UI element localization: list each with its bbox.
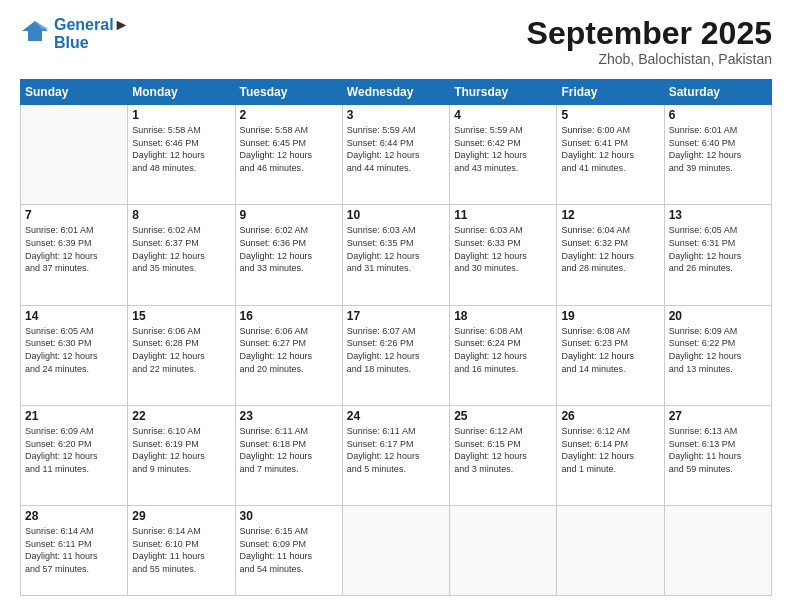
day-info: Sunrise: 6:03 AM Sunset: 6:35 PM Dayligh…	[347, 224, 445, 274]
day-info: Sunrise: 6:01 AM Sunset: 6:39 PM Dayligh…	[25, 224, 123, 274]
table-row: 8Sunrise: 6:02 AM Sunset: 6:37 PM Daylig…	[128, 205, 235, 305]
day-number: 7	[25, 208, 123, 222]
table-row	[557, 506, 664, 596]
table-row: 14Sunrise: 6:05 AM Sunset: 6:30 PM Dayli…	[21, 305, 128, 405]
calendar-week-row: 14Sunrise: 6:05 AM Sunset: 6:30 PM Dayli…	[21, 305, 772, 405]
table-row: 29Sunrise: 6:14 AM Sunset: 6:10 PM Dayli…	[128, 506, 235, 596]
day-number: 6	[669, 108, 767, 122]
day-number: 23	[240, 409, 338, 423]
col-friday: Friday	[557, 80, 664, 105]
day-number: 27	[669, 409, 767, 423]
table-row: 21Sunrise: 6:09 AM Sunset: 6:20 PM Dayli…	[21, 405, 128, 505]
day-number: 17	[347, 309, 445, 323]
table-row: 20Sunrise: 6:09 AM Sunset: 6:22 PM Dayli…	[664, 305, 771, 405]
day-number: 5	[561, 108, 659, 122]
table-row: 11Sunrise: 6:03 AM Sunset: 6:33 PM Dayli…	[450, 205, 557, 305]
day-info: Sunrise: 6:05 AM Sunset: 6:30 PM Dayligh…	[25, 325, 123, 375]
day-info: Sunrise: 6:06 AM Sunset: 6:27 PM Dayligh…	[240, 325, 338, 375]
table-row: 17Sunrise: 6:07 AM Sunset: 6:26 PM Dayli…	[342, 305, 449, 405]
table-row: 16Sunrise: 6:06 AM Sunset: 6:27 PM Dayli…	[235, 305, 342, 405]
day-info: Sunrise: 6:12 AM Sunset: 6:14 PM Dayligh…	[561, 425, 659, 475]
calendar-table: Sunday Monday Tuesday Wednesday Thursday…	[20, 79, 772, 596]
day-number: 4	[454, 108, 552, 122]
day-number: 2	[240, 108, 338, 122]
location-subtitle: Zhob, Balochistan, Pakistan	[527, 51, 772, 67]
day-number: 16	[240, 309, 338, 323]
day-number: 12	[561, 208, 659, 222]
day-number: 15	[132, 309, 230, 323]
table-row: 6Sunrise: 6:01 AM Sunset: 6:40 PM Daylig…	[664, 105, 771, 205]
col-sunday: Sunday	[21, 80, 128, 105]
table-row: 24Sunrise: 6:11 AM Sunset: 6:17 PM Dayli…	[342, 405, 449, 505]
day-info: Sunrise: 6:11 AM Sunset: 6:17 PM Dayligh…	[347, 425, 445, 475]
calendar-week-row: 7Sunrise: 6:01 AM Sunset: 6:39 PM Daylig…	[21, 205, 772, 305]
col-wednesday: Wednesday	[342, 80, 449, 105]
calendar-week-row: 21Sunrise: 6:09 AM Sunset: 6:20 PM Dayli…	[21, 405, 772, 505]
day-number: 9	[240, 208, 338, 222]
day-info: Sunrise: 6:02 AM Sunset: 6:36 PM Dayligh…	[240, 224, 338, 274]
table-row	[342, 506, 449, 596]
logo-blue: Blue	[54, 34, 129, 52]
table-row: 30Sunrise: 6:15 AM Sunset: 6:09 PM Dayli…	[235, 506, 342, 596]
day-info: Sunrise: 6:09 AM Sunset: 6:20 PM Dayligh…	[25, 425, 123, 475]
table-row: 18Sunrise: 6:08 AM Sunset: 6:24 PM Dayli…	[450, 305, 557, 405]
title-block: September 2025 Zhob, Balochistan, Pakist…	[527, 16, 772, 67]
calendar-week-row: 28Sunrise: 6:14 AM Sunset: 6:11 PM Dayli…	[21, 506, 772, 596]
day-info: Sunrise: 6:04 AM Sunset: 6:32 PM Dayligh…	[561, 224, 659, 274]
svg-marker-0	[22, 21, 48, 41]
page: General► Blue September 2025 Zhob, Baloc…	[0, 0, 792, 612]
calendar-week-row: 1Sunrise: 5:58 AM Sunset: 6:46 PM Daylig…	[21, 105, 772, 205]
day-info: Sunrise: 6:03 AM Sunset: 6:33 PM Dayligh…	[454, 224, 552, 274]
table-row: 7Sunrise: 6:01 AM Sunset: 6:39 PM Daylig…	[21, 205, 128, 305]
table-row: 2Sunrise: 5:58 AM Sunset: 6:45 PM Daylig…	[235, 105, 342, 205]
table-row: 28Sunrise: 6:14 AM Sunset: 6:11 PM Dayli…	[21, 506, 128, 596]
day-number: 29	[132, 509, 230, 523]
day-info: Sunrise: 6:10 AM Sunset: 6:19 PM Dayligh…	[132, 425, 230, 475]
logo-icon	[20, 19, 50, 49]
table-row: 10Sunrise: 6:03 AM Sunset: 6:35 PM Dayli…	[342, 205, 449, 305]
day-info: Sunrise: 6:05 AM Sunset: 6:31 PM Dayligh…	[669, 224, 767, 274]
table-row: 19Sunrise: 6:08 AM Sunset: 6:23 PM Dayli…	[557, 305, 664, 405]
day-info: Sunrise: 5:59 AM Sunset: 6:42 PM Dayligh…	[454, 124, 552, 174]
day-info: Sunrise: 6:02 AM Sunset: 6:37 PM Dayligh…	[132, 224, 230, 274]
day-info: Sunrise: 5:59 AM Sunset: 6:44 PM Dayligh…	[347, 124, 445, 174]
day-number: 11	[454, 208, 552, 222]
day-number: 14	[25, 309, 123, 323]
day-info: Sunrise: 6:08 AM Sunset: 6:24 PM Dayligh…	[454, 325, 552, 375]
col-thursday: Thursday	[450, 80, 557, 105]
logo-text: General► Blue	[54, 16, 129, 53]
table-row: 5Sunrise: 6:00 AM Sunset: 6:41 PM Daylig…	[557, 105, 664, 205]
table-row: 9Sunrise: 6:02 AM Sunset: 6:36 PM Daylig…	[235, 205, 342, 305]
day-number: 24	[347, 409, 445, 423]
day-info: Sunrise: 5:58 AM Sunset: 6:45 PM Dayligh…	[240, 124, 338, 174]
day-info: Sunrise: 6:07 AM Sunset: 6:26 PM Dayligh…	[347, 325, 445, 375]
day-info: Sunrise: 6:11 AM Sunset: 6:18 PM Dayligh…	[240, 425, 338, 475]
day-info: Sunrise: 5:58 AM Sunset: 6:46 PM Dayligh…	[132, 124, 230, 174]
table-row	[664, 506, 771, 596]
day-number: 8	[132, 208, 230, 222]
day-info: Sunrise: 6:09 AM Sunset: 6:22 PM Dayligh…	[669, 325, 767, 375]
day-info: Sunrise: 6:06 AM Sunset: 6:28 PM Dayligh…	[132, 325, 230, 375]
day-number: 18	[454, 309, 552, 323]
table-row	[450, 506, 557, 596]
table-row: 13Sunrise: 6:05 AM Sunset: 6:31 PM Dayli…	[664, 205, 771, 305]
day-number: 30	[240, 509, 338, 523]
day-info: Sunrise: 6:00 AM Sunset: 6:41 PM Dayligh…	[561, 124, 659, 174]
logo-general: General	[54, 16, 114, 33]
day-info: Sunrise: 6:14 AM Sunset: 6:11 PM Dayligh…	[25, 525, 123, 575]
table-row	[21, 105, 128, 205]
col-tuesday: Tuesday	[235, 80, 342, 105]
logo: General► Blue	[20, 16, 129, 53]
day-number: 13	[669, 208, 767, 222]
day-info: Sunrise: 6:01 AM Sunset: 6:40 PM Dayligh…	[669, 124, 767, 174]
day-number: 3	[347, 108, 445, 122]
table-row: 1Sunrise: 5:58 AM Sunset: 6:46 PM Daylig…	[128, 105, 235, 205]
table-row: 26Sunrise: 6:12 AM Sunset: 6:14 PM Dayli…	[557, 405, 664, 505]
day-info: Sunrise: 6:08 AM Sunset: 6:23 PM Dayligh…	[561, 325, 659, 375]
day-number: 28	[25, 509, 123, 523]
day-number: 1	[132, 108, 230, 122]
col-monday: Monday	[128, 80, 235, 105]
day-number: 26	[561, 409, 659, 423]
day-info: Sunrise: 6:15 AM Sunset: 6:09 PM Dayligh…	[240, 525, 338, 575]
table-row: 12Sunrise: 6:04 AM Sunset: 6:32 PM Dayli…	[557, 205, 664, 305]
